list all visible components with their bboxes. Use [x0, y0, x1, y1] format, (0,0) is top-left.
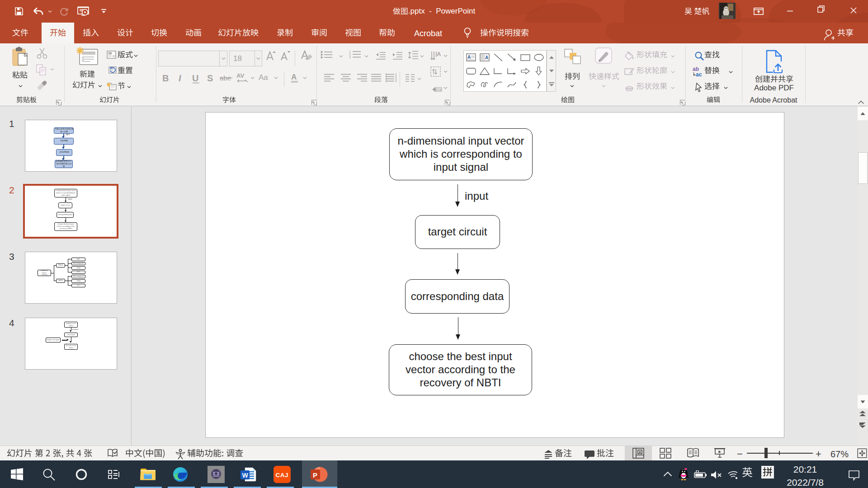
svg-text:W: W — [242, 471, 249, 479]
svg-text:AV: AV — [236, 72, 244, 79]
svg-text:A: A — [291, 73, 297, 81]
svg-text:S: S — [207, 73, 213, 83]
svg-text:ac: ac — [696, 71, 702, 77]
svg-text:A: A — [467, 55, 471, 60]
svg-text:Aa: Aa — [259, 73, 268, 82]
svg-text:U: U — [192, 73, 198, 83]
svg-text:A: A — [437, 51, 441, 57]
svg-text:P: P — [313, 471, 317, 479]
svg-text:A: A — [485, 55, 488, 60]
svg-text:CAJ: CAJ — [276, 472, 289, 479]
svg-text:3: 3 — [349, 56, 351, 59]
svg-text:I: I — [179, 73, 181, 83]
svg-text:B: B — [162, 73, 169, 83]
